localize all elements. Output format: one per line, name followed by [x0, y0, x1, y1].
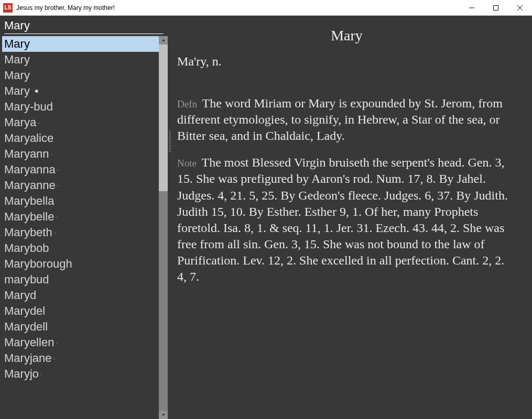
wordlist-item[interactable]: Maryann◦	[2, 146, 159, 162]
wordlist-item-text: Maryanna	[4, 163, 56, 176]
pane-splitter[interactable]	[168, 16, 172, 419]
wordlist-item[interactable]: Maryanna◦	[2, 162, 159, 178]
wordlist-item-text: Maryd	[4, 289, 36, 302]
wordlist-item-text: Maryanne	[4, 179, 56, 192]
app-body: MaryMaryMaryMary •Mary-budMarya◦Maryalic…	[0, 16, 532, 419]
wordlist-item[interactable]: Maryd	[2, 288, 159, 303]
wordlist-item[interactable]: Marya◦	[2, 115, 159, 130]
wordlist-item[interactable]: Maryanne◦	[2, 178, 159, 193]
wordlist-item-text: Mary	[4, 37, 30, 50]
svg-marker-4	[162, 39, 165, 41]
phonetic-dot-icon: ◦	[56, 214, 58, 220]
wordlist-item[interactable]: Maryborough	[2, 256, 159, 272]
window-title: Jesus my brother, Mary my mother!	[16, 4, 460, 12]
phonetic-dot-icon: ◦	[40, 371, 42, 377]
phonetic-dot-icon: ◦	[38, 120, 40, 126]
article-title: Mary	[177, 26, 516, 45]
wordlist-item-text: Maryborough	[4, 257, 72, 270]
wordlist-item-text: marybud	[4, 273, 49, 286]
left-pane: MaryMaryMaryMary •Mary-budMarya◦Maryalic…	[0, 16, 168, 419]
phonetic-dot-icon: ◦	[56, 340, 58, 346]
content-pane[interactable]: Mary Ma'ry, n. Defn The word Miriam or M…	[172, 16, 532, 419]
wordlist-item-text: Marydel	[4, 304, 45, 317]
wordlist-item-text: Marybeth	[4, 226, 52, 239]
wordlist-item-text: Marybelle	[4, 210, 54, 223]
scroll-thumb[interactable]	[159, 45, 168, 191]
wordlist-item-text: Mary	[4, 69, 30, 82]
note-text: The most Blessed Virgin bruiseth the ser…	[177, 156, 508, 283]
titlebar[interactable]: LS Jesus my brother, Mary my mother!	[0, 0, 532, 16]
wordlist[interactable]: MaryMaryMaryMary •Mary-budMarya◦Maryalic…	[2, 36, 159, 419]
phonetic-dot-icon: ◦	[57, 167, 59, 173]
wordlist-item[interactable]: marybud	[2, 272, 159, 288]
wordlist-item[interactable]: Maryellen◦	[2, 335, 159, 350]
phonetic-dot-icon: ◦	[57, 183, 59, 189]
note-label: Note	[177, 158, 197, 169]
wordlist-item-text: Maryann	[4, 147, 49, 160]
wordlist-item[interactable]: Maryjane◦	[2, 350, 159, 366]
article-pronunciation: Ma'ry, n.	[177, 53, 516, 70]
wordlist-item[interactable]: Marybella	[2, 193, 159, 209]
wordlist-item-text: Maryalice	[4, 131, 53, 145]
wordlist-item-text: Mary	[4, 84, 30, 97]
app-icon: LS	[3, 3, 13, 13]
scroll-up-button[interactable]	[159, 36, 168, 45]
search-input[interactable]	[4, 19, 164, 34]
wordlist-item-text: Maryjane	[4, 351, 51, 365]
note-block: Note The most Blessed Virgin bruiseth th…	[177, 155, 516, 285]
close-button[interactable]	[508, 0, 532, 15]
wordlist-wrap: MaryMaryMaryMary •Mary-budMarya◦Maryalic…	[2, 36, 168, 419]
svg-rect-1	[494, 5, 498, 10]
wordlist-item[interactable]: Mary	[2, 68, 159, 83]
wordlist-item[interactable]: Maryjo◦	[2, 366, 159, 382]
wordlist-item-text: Maryjo	[4, 367, 39, 380]
wordlist-item[interactable]: Marybob	[2, 240, 159, 256]
bullet-icon: •	[31, 84, 39, 97]
defn-label: Defn	[177, 98, 197, 109]
definition-block: Defn The word Miriam or Mary is expounde…	[177, 95, 516, 145]
wordlist-item[interactable]: Marybelle◦	[2, 209, 159, 225]
wordlist-item-text: Marybella	[4, 194, 54, 207]
phonetic-dot-icon: ◦	[53, 356, 55, 361]
wordlist-item[interactable]: Mary	[2, 52, 159, 68]
wordlist-item-text: Marydell	[4, 320, 48, 333]
defn-text: The word Miriam or Mary is expounded by …	[177, 96, 503, 142]
maximize-button[interactable]	[484, 0, 508, 15]
wordlist-item-text: Maryellen	[4, 336, 54, 349]
splitter-grip-icon	[169, 131, 171, 152]
wordlist-scrollbar[interactable]	[159, 36, 168, 419]
minimize-button[interactable]	[460, 0, 484, 15]
search-row	[0, 16, 168, 36]
wordlist-item[interactable]: Mary •	[2, 83, 159, 99]
wordlist-item-text: Mary	[4, 53, 30, 66]
wordlist-item[interactable]: Mary-bud	[2, 99, 159, 115]
wordlist-item[interactable]: Mary	[2, 36, 159, 52]
phonetic-dot-icon: ◦	[51, 151, 53, 157]
wordlist-item[interactable]: Marydel	[2, 303, 159, 319]
phonetic-dot-icon: ◦	[54, 230, 56, 236]
scroll-down-button[interactable]	[159, 411, 168, 419]
wordlist-item[interactable]: Marybeth◦	[2, 225, 159, 240]
svg-marker-5	[162, 414, 165, 416]
wordlist-item[interactable]: Marydell	[2, 319, 159, 335]
wordlist-item[interactable]: Maryalice	[2, 130, 159, 146]
wordlist-item-text: Marybob	[4, 241, 49, 255]
window-controls	[460, 0, 532, 15]
wordlist-item-text: Mary-bud	[4, 100, 53, 113]
wordlist-item-text: Marya	[4, 116, 36, 129]
